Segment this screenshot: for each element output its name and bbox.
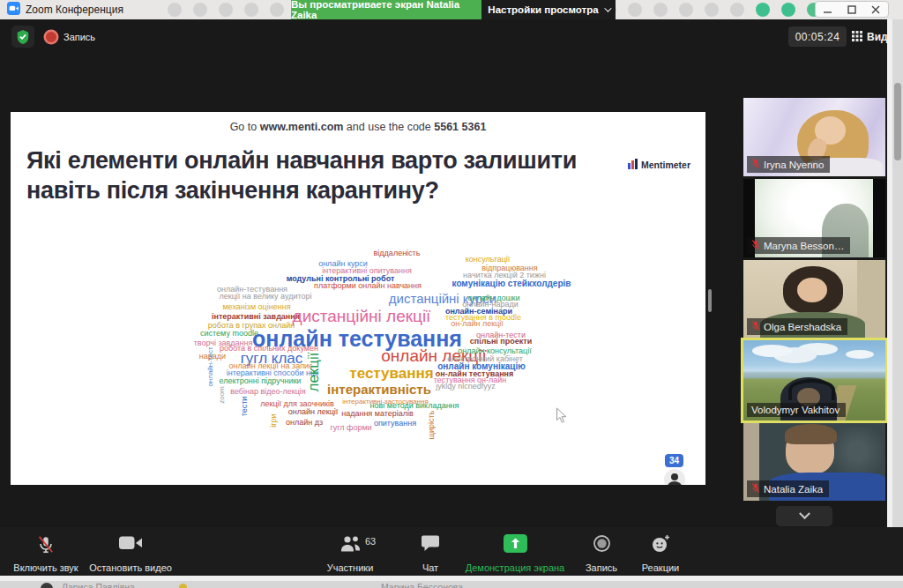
word-cloud-word: надання матеріалів xyxy=(341,409,414,418)
titlebar-circle-icon xyxy=(219,3,233,17)
word-cloud-word: онлайн-тест xyxy=(206,346,214,386)
response-count-badge: 34 xyxy=(665,454,683,467)
background-window-strip: Лариса Павлівна Марина Бессонова xyxy=(0,581,903,588)
word-cloud-word: тестування xyxy=(349,365,433,383)
chevron-down-icon xyxy=(604,4,611,11)
reactions-label: Реакции xyxy=(642,562,680,573)
chat-label: Чат xyxy=(422,562,438,573)
titlebar-circle-icon xyxy=(705,3,719,17)
maximize-button[interactable] xyxy=(843,3,861,17)
window-title: Zoom Конференция xyxy=(26,4,123,16)
video-camera-icon xyxy=(119,534,143,555)
participant-tile[interactable]: Natalia Zaika xyxy=(743,423,885,501)
word-cloud-word: тести xyxy=(240,397,249,417)
mouse-cursor xyxy=(556,407,567,424)
more-participants-button[interactable] xyxy=(776,506,832,526)
word-cloud-word: jyklqy nlcnedfyyz xyxy=(436,382,496,391)
sidebar-scrollbar[interactable] xyxy=(892,19,903,577)
word-cloud-word: лекції на велику аудиторі xyxy=(220,292,312,301)
word-cloud-word: платформи онлайн навчання xyxy=(314,281,422,290)
video-scene-shape xyxy=(797,278,827,302)
participant-tile[interactable]: Maryna Besson… xyxy=(743,179,885,257)
participant-name-label: Natalia Zaika xyxy=(747,480,829,497)
word-cloud-word: інтерактивність xyxy=(327,382,431,397)
titlebar-circle-icon xyxy=(628,3,642,17)
word-cloud-word: опитування xyxy=(374,419,416,428)
chat-button[interactable]: Чат xyxy=(411,534,450,573)
reactions-button[interactable]: Реакции xyxy=(633,534,688,573)
titlebar-circle-icon xyxy=(679,3,693,17)
avatar xyxy=(41,583,53,588)
chat-bubble-icon xyxy=(421,534,440,556)
participant-name-label: Iryna Nyenno xyxy=(747,156,830,173)
participant-name: Natalia Zaika xyxy=(764,484,823,495)
word-cloud-word: консультації xyxy=(466,255,511,264)
participant-name: Maryna Besson… xyxy=(764,241,844,251)
titlebar-circle-icon xyxy=(193,3,207,17)
participant-tile[interactable]: Volodymyr Vakhitov xyxy=(743,340,885,421)
word-cloud-word: систему moodle xyxy=(200,329,258,338)
close-button[interactable] xyxy=(867,3,884,17)
security-shield-icon[interactable] xyxy=(11,26,34,48)
titlebar-circle-icon xyxy=(730,3,744,17)
record-circle-icon xyxy=(593,534,611,556)
participant-tile[interactable]: Iryna Nyenno xyxy=(743,98,885,176)
window-titlebar: Zoom Конференция Вы просматриваете экран… xyxy=(0,0,903,19)
video-scene-shape xyxy=(846,350,874,359)
mic-muted-icon xyxy=(36,534,56,559)
titlebar-circle-icon xyxy=(756,3,770,17)
titlebar-circle-icon xyxy=(244,3,258,17)
recording-label: Запись xyxy=(63,32,95,42)
participant-tile[interactable]: Olga Bershadska xyxy=(743,260,885,339)
record-label: Запись xyxy=(586,562,617,573)
participants-button[interactable]: Участники 63 xyxy=(310,534,390,573)
background-participant-name: Лариса Павлівна xyxy=(62,582,135,588)
record-button[interactable]: Запись xyxy=(578,534,624,573)
participant-name: Volodymyr Vakhitov xyxy=(751,405,840,415)
recording-indicator[interactable]: Запись xyxy=(46,28,95,46)
view-button[interactable]: Вид xyxy=(852,27,888,46)
stop-video-label: Остановить видео xyxy=(89,562,172,573)
muted-mic-icon xyxy=(751,320,760,333)
participant-silhouette-icon xyxy=(664,469,685,485)
word-cloud-word: щирість xyxy=(427,411,436,440)
word-cloud: віддаленістьонлайн курсиконсультаціїінте… xyxy=(11,112,705,485)
zoom-app-window: Zoom Конференция Вы просматриваете экран… xyxy=(0,0,903,588)
word-cloud-word: комунікацію стейкхолдерів xyxy=(452,279,571,288)
shared-screen-slide: Go to www.menti.com and use the code 556… xyxy=(11,112,705,485)
word-cloud-word: вебінар відео-лекція xyxy=(230,387,305,396)
word-cloud-word: лекції xyxy=(305,352,323,391)
meeting-timer: 00:05:24 xyxy=(788,26,847,47)
titlebar-circle-icon xyxy=(168,3,182,17)
view-label: Вид xyxy=(867,31,888,43)
unmute-label: Включить звук xyxy=(13,562,78,573)
unmute-button[interactable]: Включить звук xyxy=(7,534,85,573)
participant-name: Olga Bershadska xyxy=(764,322,841,332)
word-cloud-word: спільні проекти xyxy=(470,337,533,346)
participant-name-label: Maryna Besson… xyxy=(747,237,850,254)
word-cloud-word: віддаленість xyxy=(374,249,421,257)
word-cloud-word: онлайн лекції xyxy=(288,407,339,416)
recording-dot-icon xyxy=(46,32,56,42)
chevron-down-icon xyxy=(799,508,810,519)
sidebar-scrollbar-thumb[interactable] xyxy=(894,83,901,160)
stop-video-button[interactable]: Остановить видео xyxy=(90,534,171,573)
view-settings-dropdown[interactable]: Настройки просмотра xyxy=(481,0,616,19)
word-cloud-word: інтерактивні завдання xyxy=(212,312,300,321)
word-cloud-word: механізм оцінення xyxy=(222,302,290,311)
reactions-smiley-icon xyxy=(651,534,671,556)
background-participant-name: Марина Бессонова xyxy=(381,582,463,588)
share-screen-button[interactable]: Демонстрация экрана xyxy=(455,534,575,573)
participant-name-label: Volodymyr Vakhitov xyxy=(747,403,846,417)
share-scrollbar-thumb[interactable] xyxy=(708,289,712,312)
minimize-button[interactable] xyxy=(819,3,837,17)
participants-count: 63 xyxy=(365,536,376,547)
muted-mic-icon xyxy=(751,239,760,252)
word-cloud-word: zoom xyxy=(218,386,226,404)
word-cloud-word: ігри xyxy=(269,413,278,427)
window-controls xyxy=(815,1,889,18)
participants-label: Участники xyxy=(327,562,374,573)
word-cloud-word: онлайн дз xyxy=(286,418,323,427)
zoom-app-icon xyxy=(7,2,20,19)
status-dot-icon xyxy=(179,584,187,588)
